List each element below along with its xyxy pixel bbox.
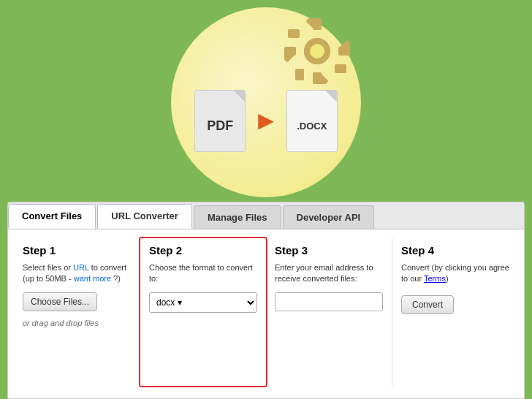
- step3-col: Step 3 Enter your email address to recei…: [266, 238, 392, 386]
- choose-files-button[interactable]: Choose Files...: [23, 292, 97, 311]
- steps-area: Step 1 Select files or URL to convert (u…: [8, 229, 524, 395]
- step1-text3: ?): [111, 274, 121, 283]
- step3-desc: Enter your email address to receive conv…: [275, 262, 383, 285]
- pdf-file-icon: PDF: [194, 90, 246, 152]
- step2-col: Step 2 Choose the format to convert to: …: [139, 237, 267, 387]
- convert-button[interactable]: Convert: [401, 295, 454, 314]
- terms-link[interactable]: Terms: [424, 274, 446, 283]
- step4-col: Step 4 Convert (by clicking you agree to…: [392, 238, 518, 386]
- tab-convert-files[interactable]: Convert Files: [8, 204, 96, 229]
- step4-text1: Convert (by clicking you agree to our: [401, 263, 509, 283]
- step3-title: Step 3: [275, 244, 383, 256]
- docx-label: .DOCX: [297, 121, 327, 132]
- svg-point-14: [310, 44, 324, 58]
- svg-rect-11: [288, 29, 300, 38]
- watermark-line1: 生活百科: [469, 377, 523, 387]
- circle-background: PDF ► .DOCX: [171, 7, 361, 197]
- email-input[interactable]: [275, 292, 383, 311]
- tab-url-converter[interactable]: URL Converter: [97, 204, 192, 229]
- step1-col: Step 1 Select files or URL to convert (u…: [14, 238, 140, 386]
- docx-file-icon: .DOCX: [286, 90, 338, 152]
- svg-rect-9: [295, 69, 304, 80]
- step1-title: Step 1: [23, 244, 131, 256]
- files-row: PDF ► .DOCX: [194, 90, 338, 152]
- step2-desc: Choose the format to convert to:: [149, 262, 257, 285]
- illustration-area: PDF ► .DOCX: [0, 0, 532, 205]
- step4-desc: Convert (by clicking you agree to our Te…: [401, 262, 509, 285]
- converter-panel: Convert Files URL Converter Manage Files…: [7, 202, 525, 399]
- format-select[interactable]: docx ▾ pdf doc txt rtf odt: [149, 292, 257, 313]
- tab-manage-files[interactable]: Manage Files: [194, 205, 281, 229]
- step4-title: Step 4: [401, 244, 509, 256]
- watermark: 生活百科 www.bimeiz.com: [469, 377, 523, 395]
- watermark-line2: www.bimeiz.com: [469, 387, 523, 395]
- svg-rect-7: [335, 64, 346, 73]
- pdf-label: PDF: [207, 118, 233, 134]
- drag-drop-text: or drag and drop files: [23, 319, 99, 327]
- url-link[interactable]: URL: [73, 263, 89, 272]
- step1-text1: Select files or: [23, 263, 73, 272]
- step2-title: Step 2: [149, 244, 257, 256]
- conversion-arrow: ►: [253, 105, 279, 136]
- tab-developer-api[interactable]: Developer API: [283, 205, 375, 229]
- step1-desc: Select files or URL to convert (up to 50…: [23, 262, 131, 285]
- step4-text2: ): [446, 274, 449, 283]
- gear-icon: [284, 18, 350, 84]
- want-more-link[interactable]: want more: [74, 274, 111, 283]
- tabs-row: Convert Files URL Converter Manage Files…: [8, 202, 524, 229]
